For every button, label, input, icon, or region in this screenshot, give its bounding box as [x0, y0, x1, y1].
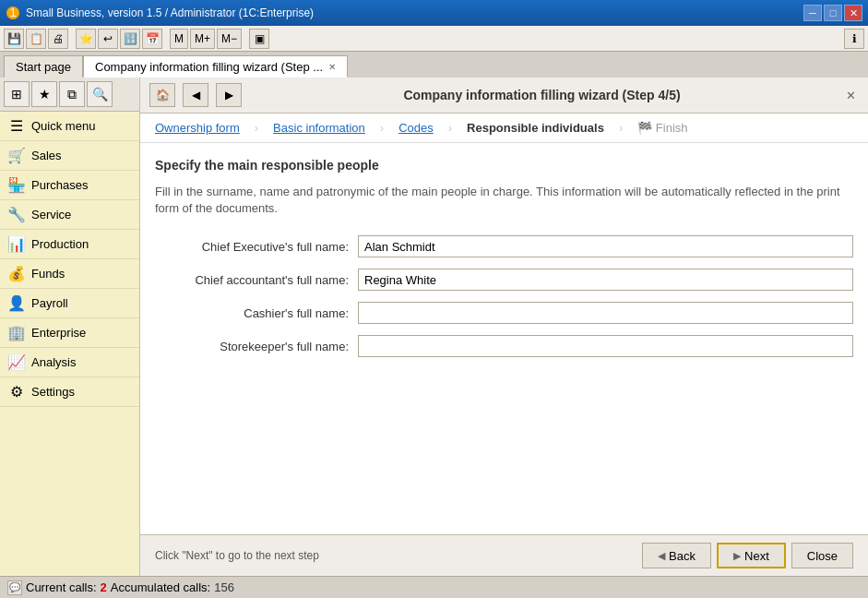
- save-all-toolbar-btn[interactable]: 📋: [26, 29, 46, 49]
- minimize-button[interactable]: ─: [803, 5, 822, 21]
- footer-hint: Click "Next" to go to the next step: [155, 549, 319, 562]
- step-tab-basic[interactable]: Basic information: [273, 121, 365, 135]
- cashier-label: Cashier's full name:: [155, 306, 358, 320]
- cashier-row: Cashier's full name:: [155, 302, 853, 324]
- cashier-input[interactable]: [358, 302, 853, 324]
- sidebar-item-payroll[interactable]: 👤 Payroll: [0, 289, 139, 318]
- analysis-icon: 📈: [7, 353, 26, 371]
- wizard-header: 🏠 ◀ ▶ Company information filling wizard…: [140, 78, 868, 114]
- print-toolbar-btn[interactable]: 🖨: [48, 29, 68, 49]
- footer-buttons: ◀ Back ▶ Next Close: [642, 543, 853, 568]
- sidebar-toolbar: ⊞ ★ ⧉ 🔍: [0, 78, 139, 112]
- accumulated-label: Accumulated calls:: [111, 580, 210, 594]
- settings-icon: ⚙: [7, 383, 26, 401]
- calls-value: 2: [101, 580, 107, 594]
- calc-toolbar-btn[interactable]: 🔢: [120, 29, 140, 49]
- sidebar-item-quick-menu[interactable]: ☰ Quick menu: [0, 112, 139, 141]
- app-icon: 1: [6, 6, 20, 20]
- ceo-input[interactable]: [358, 235, 853, 257]
- sidebar-item-production[interactable]: 📊 Production: [0, 230, 139, 259]
- mminus-toolbar-btn[interactable]: M−: [217, 29, 242, 49]
- main-layout: ⊞ ★ ⧉ 🔍 ☰ Quick menu 🛒 Sales 🏪 Purchases…: [0, 78, 868, 576]
- save-toolbar-btn[interactable]: 💾: [4, 29, 24, 49]
- sidebar-grid-icon[interactable]: ⊞: [4, 81, 30, 107]
- sales-icon: 🛒: [7, 147, 26, 164]
- storekeeper-input[interactable]: [358, 335, 853, 357]
- bookmark-toolbar-btn[interactable]: ⭐: [76, 29, 96, 49]
- calendar-toolbar-btn[interactable]: 📅: [142, 29, 162, 49]
- forward-nav-button[interactable]: ▶: [216, 83, 242, 107]
- app-title: Small Business, version 1.5 / Administra…: [26, 6, 803, 19]
- sidebar-search-icon[interactable]: 🔍: [87, 81, 113, 107]
- window-toolbar-btn[interactable]: ▣: [249, 29, 269, 49]
- purchases-icon: 🏪: [7, 176, 26, 194]
- wizard-title: Company information filling wizard (Step…: [249, 88, 835, 102]
- accountant-input[interactable]: [358, 269, 853, 291]
- title-bar: 1 Small Business, version 1.5 / Administ…: [0, 0, 868, 26]
- toolbar: 💾 📋 🖨 ⭐ ↩ 🔢 📅 M M+ M− ▣ ℹ: [0, 26, 868, 52]
- tab-close-icon[interactable]: ✕: [328, 62, 336, 72]
- sidebar-item-analysis[interactable]: 📈 Analysis: [0, 348, 139, 377]
- close-button[interactable]: ✕: [844, 5, 862, 21]
- step-tab-finish: 🏁 Finish: [637, 121, 687, 135]
- ceo-row: Chief Executive's full name:: [155, 235, 853, 257]
- storekeeper-label: Storekeeper's full name:: [155, 340, 358, 353]
- service-icon: 🔧: [7, 206, 26, 223]
- tab-start-page[interactable]: Start page: [4, 55, 83, 78]
- close-wizard-button[interactable]: Close: [791, 543, 853, 568]
- storekeeper-row: Storekeeper's full name:: [155, 335, 853, 357]
- tab-bar: Start page Company information filling w…: [0, 52, 868, 78]
- step-tab-ownership[interactable]: Ownership form: [155, 121, 240, 135]
- payroll-icon: 👤: [7, 294, 26, 312]
- enterprise-icon: 🏢: [7, 324, 26, 341]
- m-toolbar-btn[interactable]: M: [170, 29, 188, 49]
- mplus-toolbar-btn[interactable]: M+: [190, 29, 215, 49]
- back-button[interactable]: ◀ Back: [642, 543, 711, 568]
- accountant-label: Chief accountant's full name:: [155, 273, 358, 287]
- sidebar-item-enterprise[interactable]: 🏢 Enterprise: [0, 318, 139, 348]
- sidebar: ⊞ ★ ⧉ 🔍 ☰ Quick menu 🛒 Sales 🏪 Purchases…: [0, 78, 140, 576]
- next-button[interactable]: ▶ Next: [717, 543, 786, 568]
- sidebar-item-service[interactable]: 🔧 Service: [0, 200, 139, 230]
- nav-toolbar-btn[interactable]: ↩: [98, 29, 118, 49]
- wizard-body: Specify the main responsible people Fill…: [140, 143, 868, 534]
- production-icon: 📊: [7, 235, 26, 253]
- ceo-label: Chief Executive's full name:: [155, 240, 358, 254]
- wizard-description: Fill in the surname, name and patronymic…: [155, 184, 853, 217]
- help-toolbar-btn[interactable]: ℹ: [844, 29, 864, 49]
- status-bar: 💬 Current calls: 2 Accumulated calls: 15…: [0, 576, 868, 598]
- funds-icon: 💰: [7, 265, 26, 282]
- accountant-row: Chief accountant's full name:: [155, 269, 853, 291]
- next-icon: ▶: [733, 550, 741, 562]
- content-area: 🏠 ◀ ▶ Company information filling wizard…: [140, 78, 868, 576]
- quick-menu-icon: ☰: [7, 117, 26, 135]
- back-icon: ◀: [658, 550, 665, 562]
- svg-text:1: 1: [9, 6, 16, 19]
- accumulated-value: 156: [214, 580, 234, 594]
- sidebar-item-settings[interactable]: ⚙ Settings: [0, 377, 139, 407]
- step-tab-codes[interactable]: Codes: [398, 121, 434, 135]
- status-icon: 💬: [7, 580, 22, 595]
- wizard-subtitle: Specify the main responsible people: [155, 158, 853, 173]
- back-nav-button[interactable]: ◀: [183, 83, 208, 107]
- sidebar-item-purchases[interactable]: 🏪 Purchases: [0, 171, 139, 200]
- sidebar-copy-icon[interactable]: ⧉: [59, 81, 85, 107]
- calls-label: Current calls:: [26, 580, 97, 594]
- step-tab-responsible[interactable]: Responsible individuals: [467, 121, 604, 135]
- window-controls[interactable]: ─ □ ✕: [803, 5, 862, 21]
- sidebar-item-funds[interactable]: 💰 Funds: [0, 259, 139, 289]
- tab-wizard[interactable]: Company information filling wizard (Step…: [83, 55, 348, 78]
- step-tabs: Ownership form › Basic information › Cod…: [140, 114, 868, 143]
- restore-button[interactable]: □: [824, 5, 842, 21]
- sidebar-star-icon[interactable]: ★: [31, 81, 57, 107]
- home-nav-button[interactable]: 🏠: [149, 83, 175, 107]
- sidebar-item-sales[interactable]: 🛒 Sales: [0, 141, 139, 171]
- wizard-close-button[interactable]: ✕: [842, 87, 859, 103]
- wizard-footer: Click "Next" to go to the next step ◀ Ba…: [140, 534, 868, 576]
